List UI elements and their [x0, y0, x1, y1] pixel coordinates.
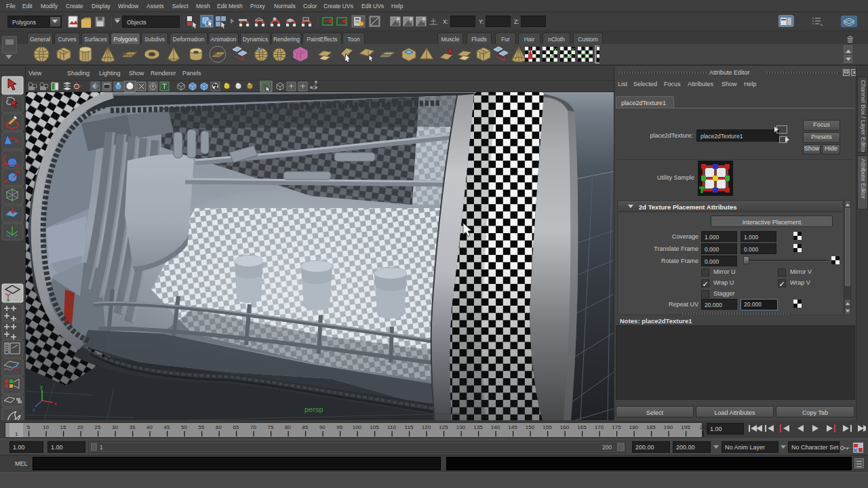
- svg-text:130: 130: [456, 424, 466, 430]
- svg-text:135: 135: [473, 424, 483, 430]
- svg-text:180: 180: [629, 424, 639, 430]
- svg-text:110: 110: [387, 424, 396, 430]
- svg-text:20: 20: [77, 424, 83, 430]
- svg-text:10: 10: [43, 424, 49, 430]
- svg-text:z: z: [33, 407, 35, 413]
- svg-text:y: y: [40, 384, 43, 390]
- svg-text:50: 50: [181, 424, 187, 430]
- svg-text:80: 80: [285, 424, 291, 430]
- svg-text:105: 105: [370, 424, 379, 430]
- svg-text:85: 85: [302, 424, 309, 430]
- svg-text:persp: persp: [304, 405, 323, 413]
- svg-text:45: 45: [164, 424, 170, 430]
- svg-text:155: 155: [542, 424, 552, 430]
- svg-text:165: 165: [577, 424, 587, 430]
- svg-text:65: 65: [233, 424, 239, 430]
- svg-text:100: 100: [353, 424, 362, 430]
- svg-text:190: 190: [664, 424, 673, 430]
- svg-text:90: 90: [319, 424, 326, 430]
- svg-text:60: 60: [216, 424, 222, 430]
- svg-text:195: 195: [681, 424, 690, 430]
- svg-text:115: 115: [405, 424, 414, 430]
- svg-text:120: 120: [422, 424, 431, 430]
- svg-text:160: 160: [560, 424, 570, 430]
- svg-text:145: 145: [508, 424, 517, 430]
- svg-text:150: 150: [526, 424, 535, 430]
- svg-text:40: 40: [146, 424, 153, 430]
- svg-text:x: x: [54, 401, 57, 407]
- svg-text:1: 1: [15, 431, 18, 437]
- svg-text:20: 20: [700, 424, 706, 430]
- svg-text:75: 75: [268, 424, 274, 430]
- svg-text:30: 30: [112, 424, 118, 430]
- svg-text:140: 140: [491, 424, 500, 430]
- svg-text:170: 170: [595, 424, 604, 430]
- svg-text:185: 185: [646, 424, 656, 430]
- svg-text:125: 125: [439, 424, 448, 430]
- svg-text:55: 55: [199, 424, 205, 430]
- svg-text:5: 5: [27, 424, 31, 430]
- svg-text:70: 70: [250, 424, 256, 430]
- svg-text:25: 25: [95, 424, 101, 430]
- svg-text:35: 35: [130, 424, 136, 430]
- svg-text:15: 15: [60, 424, 66, 430]
- svg-text:95: 95: [337, 424, 343, 430]
- svg-text:175: 175: [612, 424, 621, 430]
